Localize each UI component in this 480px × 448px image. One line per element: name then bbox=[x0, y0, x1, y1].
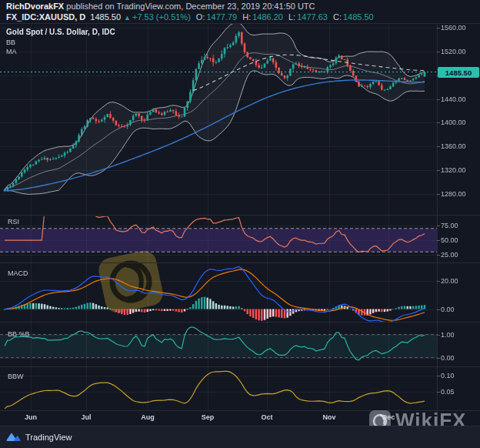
ohlc-label: O: bbox=[196, 12, 205, 22]
header: RichDvorakFX published on TradingView.co… bbox=[0, 0, 480, 23]
chart-title[interactable]: Gold Spot / U.S. Dollar, D, IDC bbox=[6, 28, 115, 36]
up-arrow-icon: ▲ bbox=[124, 14, 131, 22]
ohlc-label: H: bbox=[242, 12, 251, 22]
footer-bar: TradingView bbox=[0, 426, 480, 448]
tradingview-snapshot: RichDvorakFX published on TradingView.co… bbox=[0, 0, 480, 448]
symbol-title[interactable]: FX_IDC:XAUUSD, D bbox=[6, 12, 85, 22]
panel-label-rsi[interactable]: RSI bbox=[8, 218, 19, 226]
symbol-line: FX_IDC:XAUUSD, D1485.50▲+7.53 (+0.51%)O:… bbox=[6, 12, 374, 22]
publish-line: RichDvorakFX published on TradingView.co… bbox=[6, 2, 315, 11]
ohlc-value: 1486.20 bbox=[252, 12, 283, 22]
panel-label-bbw[interactable]: BBW bbox=[8, 373, 24, 380]
ohlc-values: O:1477.79H:1486.20L:1477.63C:1485.50 bbox=[191, 12, 374, 22]
indicator-label-bb[interactable]: BB bbox=[6, 38, 115, 47]
price-chart-canvas[interactable] bbox=[0, 0, 480, 448]
panel-label-bbp[interactable]: BB %B bbox=[8, 330, 30, 338]
ohlc-value: 1477.79 bbox=[206, 12, 237, 22]
ohlc-label: L: bbox=[288, 12, 295, 22]
indicator-label-ma[interactable]: MA bbox=[6, 47, 115, 56]
ohlc-value: 1485.50 bbox=[343, 12, 374, 22]
tradingview-icon[interactable] bbox=[6, 432, 21, 443]
tradingview-wordmark[interactable]: TradingView bbox=[25, 433, 72, 442]
author-name[interactable]: RichDvorakFX bbox=[6, 2, 64, 11]
ohlc-value: 1477.63 bbox=[297, 12, 328, 22]
ohlc-label: C: bbox=[333, 12, 342, 22]
price-change: +7.53 (+0.51%) bbox=[132, 12, 191, 22]
header-last-price: 1485.50 bbox=[90, 12, 121, 22]
last-price-badge: 1485.50 bbox=[438, 67, 479, 78]
main-chart-legend: Gold Spot / U.S. Dollar, D, IDC BB MA bbox=[6, 28, 115, 56]
publish-info: published on TradingView.com, December 2… bbox=[64, 2, 315, 11]
panel-label-macd[interactable]: MACD bbox=[8, 269, 28, 277]
